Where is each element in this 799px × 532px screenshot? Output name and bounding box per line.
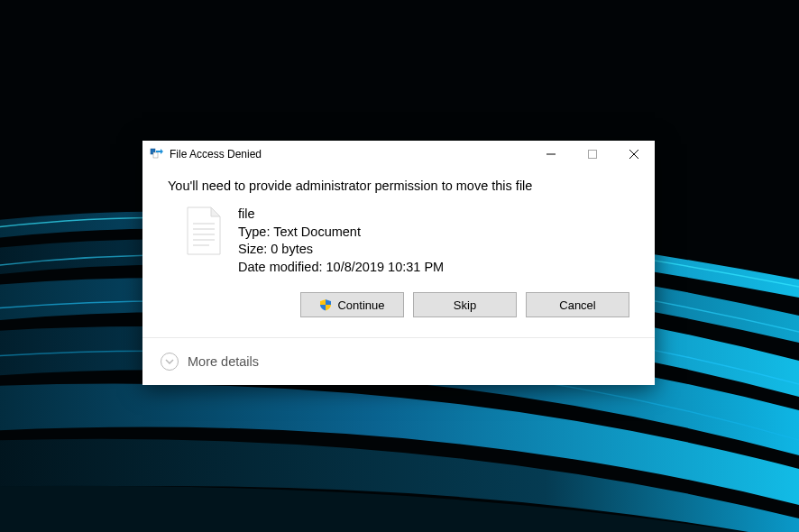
skip-button-label: Skip: [454, 298, 476, 312]
file-modified-value: 10/8/2019 10:31 PM: [326, 260, 445, 274]
button-row: Continue Skip Cancel: [168, 292, 629, 323]
instruction-text: You'll need to provide administrator per…: [168, 179, 629, 193]
more-details-toggle[interactable]: More details: [142, 338, 655, 385]
file-modified-label: Date modified:: [238, 260, 323, 274]
file-size-label: Size:: [238, 242, 267, 256]
file-access-denied-dialog: File Access Denied You'll need to provid…: [142, 141, 655, 385]
file-modified-line: Date modified: 10/8/2019 10:31 PM: [238, 259, 444, 277]
maximize-button: [572, 141, 613, 168]
cancel-button[interactable]: Cancel: [526, 292, 629, 317]
close-button[interactable]: [613, 141, 655, 168]
file-size-line: Size: 0 bytes: [238, 241, 444, 259]
svg-rect-1: [153, 152, 158, 158]
window-controls: [530, 141, 655, 168]
file-name: file: [238, 206, 444, 224]
file-info-row: file Type: Text Document Size: 0 bytes D…: [168, 206, 629, 276]
file-type-label: Type:: [238, 225, 270, 239]
continue-button-label: Continue: [337, 298, 384, 312]
file-metadata: file Type: Text Document Size: 0 bytes D…: [238, 206, 444, 276]
cancel-button-label: Cancel: [559, 298, 595, 312]
file-size-value: 0 bytes: [271, 242, 313, 256]
file-type-line: Type: Text Document: [238, 224, 444, 242]
continue-button[interactable]: Continue: [300, 292, 404, 317]
file-move-arrow-icon: [150, 147, 164, 161]
uac-shield-icon: [319, 298, 332, 311]
svg-rect-3: [589, 151, 597, 159]
more-details-label: More details: [188, 354, 259, 369]
file-type-value: Text Document: [273, 225, 361, 239]
dialog-content: You'll need to provide administrator per…: [142, 168, 655, 337]
dialog-title: File Access Denied: [170, 148, 262, 161]
titlebar[interactable]: File Access Denied: [142, 141, 655, 168]
text-document-icon: [184, 206, 224, 256]
chevron-down-icon: [161, 353, 179, 371]
skip-button[interactable]: Skip: [413, 292, 517, 317]
minimize-button[interactable]: [530, 141, 572, 168]
